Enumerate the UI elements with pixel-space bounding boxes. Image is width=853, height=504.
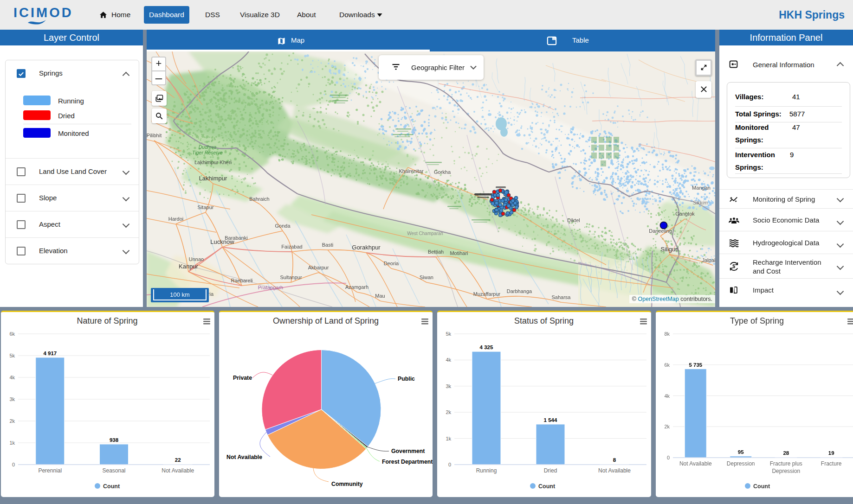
svg-text:4k: 4k [446,357,451,363]
svg-text:Type of Spring: Type of Spring [730,316,784,325]
svg-text:Motihari: Motihari [450,250,468,256]
svg-text:Tiger Reserve: Tiger Reserve [192,150,223,155]
svg-text:Hardoi: Hardoi [168,216,183,222]
svg-text:Unnao: Unnao [189,256,204,262]
svg-text:5k: 5k [446,331,451,337]
svg-text:Not Available: Not Available [679,460,712,467]
svg-text:6k: 6k [664,362,670,368]
svg-text:6k: 6k [9,331,15,337]
svg-text:Diktel: Diktel [567,217,580,223]
svg-text:Sikkim: Sikkim [693,200,708,205]
svg-text:Faizabad: Faizabad [281,244,302,249]
svg-text:4k: 4k [9,375,15,380]
svg-text:1k: 1k [446,436,451,441]
svg-text:Sitapur: Sitapur [198,204,214,210]
svg-text:Bettiah: Bettiah [428,249,444,255]
svg-text:Depression: Depression [772,468,800,474]
svg-text:0: 0 [448,462,451,467]
svg-text:Kanpur: Kanpur [179,263,199,270]
svg-text:Deoria: Deoria [384,261,399,266]
svg-text:22: 22 [175,457,181,463]
svg-text:Running: Running [476,467,497,474]
svg-text:95: 95 [738,449,744,455]
svg-text:5k: 5k [9,353,15,358]
svg-text:Bahraich: Bahraich [249,196,269,202]
svg-text:Count: Count [753,483,770,490]
svg-text:1 544: 1 544 [544,417,557,423]
svg-text:Siwan: Siwan [420,274,433,280]
svg-text:2k: 2k [446,409,451,415]
svg-text:Mau: Mau [375,293,385,299]
svg-text:Public: Public [398,376,415,382]
svg-text:Muzaffarpur: Muzaffarpur [473,291,501,297]
svg-text:0: 0 [12,462,15,467]
svg-text:3k: 3k [9,396,15,402]
svg-text:2k: 2k [664,424,670,429]
svg-text:West Champaran: West Champaran [407,231,443,236]
svg-text:8: 8 [613,457,616,463]
svg-text:2k: 2k [9,418,15,424]
svg-text:Count: Count [538,483,556,490]
svg-text:5 735: 5 735 [689,362,702,368]
svg-text:938: 938 [110,437,119,443]
svg-text:Not Available: Not Available [162,467,194,474]
svg-text:Basti: Basti [322,242,333,248]
svg-text:19: 19 [828,450,834,456]
svg-text:$: $ [732,263,735,269]
svg-text:Not Available: Not Available [226,454,262,460]
svg-text:28: 28 [783,450,789,456]
svg-text:4 325: 4 325 [480,345,493,350]
svg-text:Gangtok: Gangtok [675,211,695,217]
svg-text:Akbarpur: Akbarpur [308,265,329,270]
svg-text:Barabanki: Barabanki [225,235,248,241]
svg-text:Jalpaiguri: Jalpaiguri [702,257,715,263]
svg-text:Forest Department: Forest Department [382,459,433,465]
svg-text:Count: Count [103,483,120,490]
svg-text:Seasonal: Seasonal [102,467,125,474]
svg-text:Fracture plus: Fracture plus [770,460,802,467]
svg-text:Sultanpur: Sultanpur [280,274,302,280]
svg-text:Government: Government [391,448,425,454]
svg-text:4 917: 4 917 [43,351,57,356]
svg-text:4k: 4k [664,393,670,399]
svg-text:Depression: Depression [727,460,755,467]
svg-text:Fracture: Fracture [821,460,842,467]
svg-text:Lakhimpur: Lakhimpur [199,175,227,182]
svg-text:Khairenitar: Khairenitar [399,168,424,174]
svg-text:Perennial: Perennial [38,467,62,474]
svg-text:Private: Private [233,375,252,381]
svg-text:0: 0 [667,455,670,460]
svg-text:Not Available: Not Available [598,467,631,474]
svg-text:Mangan: Mangan [692,185,711,191]
svg-text:Siliguri: Siliguri [660,246,679,253]
svg-text:Status of Spring: Status of Spring [514,316,574,325]
svg-text:Lakhimpur Kheri: Lakhimpur Kheri [194,159,232,165]
svg-text:Azamgarh: Azamgarh [345,284,368,290]
svg-text:Darjeeling: Darjeeling [649,228,672,234]
svg-text:Gonda: Gonda [275,223,291,229]
svg-text:Raebareli: Raebareli [231,278,252,283]
svg-text:ICIMOD: ICIMOD [13,5,73,20]
svg-text:Gorakhpur: Gorakhpur [352,244,381,251]
svg-text:Pilibhit: Pilibhit [147,133,162,138]
svg-text:3k: 3k [446,383,451,389]
svg-text:8k: 8k [664,331,670,337]
svg-text:Darbhanga: Darbhanga [507,288,532,294]
svg-text:1k: 1k [9,440,15,446]
svg-text:Ownership of Land of Spring: Ownership of Land of Spring [273,316,379,325]
svg-text:Dudhwa: Dudhwa [199,144,217,150]
svg-text:Gorkha: Gorkha [434,169,451,175]
svg-text:Nature of Spring: Nature of Spring [77,316,137,325]
svg-text:Pratapgarh: Pratapgarh [258,285,283,290]
svg-text:Dried: Dried [544,467,557,474]
svg-text:Community: Community [331,481,363,487]
svg-text:Saharsa: Saharsa [552,294,571,300]
